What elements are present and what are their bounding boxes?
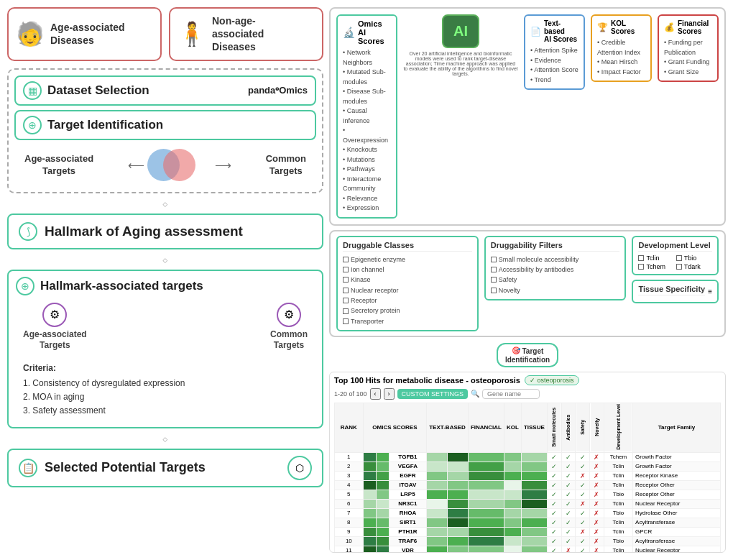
venn-diagram <box>147 147 212 183</box>
checkbox-safety[interactable] <box>491 277 497 283</box>
cell-omics2 <box>376 536 389 546</box>
target-icon2: 🎯 <box>512 346 520 354</box>
cell-target-family: Nuclear Receptor <box>633 546 721 553</box>
cell-novelty: ✗ <box>590 499 604 508</box>
kol-title: KOLScores <box>611 19 635 35</box>
table-title: Top 100 Hits for metabolic disease - ost… <box>334 376 520 385</box>
cell-omics1 <box>363 527 376 536</box>
cell-tissue <box>521 527 547 536</box>
checkbox-transporter[interactable] <box>343 318 349 324</box>
next-page-btn[interactable]: › <box>384 388 395 400</box>
cell-safety: ✓ <box>576 480 590 490</box>
dna-helix-icon: ⟆ <box>27 226 30 237</box>
cell-gene-name: ITGAV <box>389 480 427 490</box>
cell-target-family: Receptor Kinase <box>633 471 721 480</box>
dataset-icon: ▦ <box>23 81 42 100</box>
checkbox-nuclear[interactable] <box>343 288 349 293</box>
druggable-classes-card: Druggable Classes Epigenetic enzyme Ion … <box>336 236 479 332</box>
custom-settings-btn[interactable]: CUSTOM SETTINGS <box>397 389 468 399</box>
search-icon: 🔍 <box>471 390 479 398</box>
col-small-mol: Small molecules <box>547 403 561 452</box>
cell-omics1 <box>363 480 376 490</box>
cell-financial <box>468 536 504 546</box>
cell-dev-level: Tclin <box>604 518 632 527</box>
gene-search-input[interactable] <box>482 389 540 399</box>
cell-tissue <box>521 452 547 462</box>
small-targets-row: ⚙ Age-associated Targets ⚙ Common Target… <box>16 300 315 354</box>
cell-kol <box>504 536 521 546</box>
clipboard-icon: 📋 <box>19 459 37 477</box>
table-row: 11 VDR ✓ ✗ ✓ ✗ Tclin Nuclear Receptor <box>335 546 721 553</box>
cell-safety: ✓ <box>576 546 590 553</box>
checkbox-kinase[interactable] <box>343 277 349 283</box>
cell-gene-name: VEGFA <box>389 462 427 471</box>
cell-small-mol: ✓ <box>547 536 561 546</box>
table-row: 2 VEGFA ✓ ✓ ✓ ✗ Tclin Growth Factor <box>335 462 721 471</box>
checkbox-novelty[interactable] <box>491 288 497 293</box>
cell-antibodies: ✓ <box>561 527 576 536</box>
table-row: 8 SIRT1 ✓ ✓ ✓ ✗ Tclin Acyltransferase <box>335 518 721 527</box>
prev-page-btn[interactable]: ‹ <box>370 388 381 400</box>
cell-omics1 <box>363 536 376 546</box>
cell-novelty: ✗ <box>590 480 604 490</box>
cell-small-mol: ✓ <box>547 490 561 499</box>
financial-header: 💰 FinancialScores <box>664 19 712 35</box>
cell-dev-level: Tbio <box>604 536 632 546</box>
cell-text1 <box>427 499 448 508</box>
col-omics: OMICS SCORES <box>363 403 427 452</box>
col-kol: KOL <box>504 403 521 452</box>
druggability-items: Small molecule accessibility Accessibili… <box>491 254 620 296</box>
cell-omics2 <box>376 480 389 490</box>
cell-safety: ✓ <box>576 508 590 518</box>
table-row: 1 TGFB1 ✓ ✓ ✓ ✗ Tchem Growth Factor <box>335 452 721 462</box>
target-id-label-row: 🎯 Target Identification <box>329 343 726 367</box>
checkbox-secretory[interactable] <box>343 308 349 314</box>
cell-text1 <box>427 471 448 480</box>
text-items: • Attention Spike • Evidence • Attention… <box>530 46 578 85</box>
checkbox-ion[interactable] <box>343 267 349 272</box>
cell-antibodies: ✓ <box>561 471 576 480</box>
hallmark-aging-title: Hallmark of Aging assessment <box>45 224 243 239</box>
cell-small-mol: ✓ <box>547 508 561 518</box>
target-id-btn: 🎯 Target Identification <box>497 343 558 367</box>
non-age-person-icon: 🧍 <box>178 20 206 47</box>
table-row: 4 ITGAV ✓ ✓ ✓ ✗ Tclin Receptor Other <box>335 480 721 490</box>
druggability-filters-card: Druggability Filters Small molecule acce… <box>484 236 627 301</box>
target-icon: ⊕ <box>23 116 42 134</box>
cell-text2 <box>448 490 469 499</box>
cell-novelty: ✗ <box>590 527 604 536</box>
cell-omics2 <box>376 518 389 527</box>
checkbox-tdark[interactable] <box>676 264 682 270</box>
checkbox-tclin[interactable] <box>638 255 644 261</box>
cell-financial <box>468 480 504 490</box>
kol-items: • Credible Attention Index • Mean Hirsch… <box>597 38 645 77</box>
omics-icon: 🔬 <box>343 27 355 38</box>
checkbox-antibodies[interactable] <box>491 267 497 272</box>
age-disease-box: 🧓 Age-associated Diseases <box>7 7 162 61</box>
cell-text2 <box>448 508 469 518</box>
cell-small-mol: ✓ <box>547 471 561 480</box>
ai-scores-section: 🔬 Omics AI Scores • Network Neighbors • … <box>329 7 726 226</box>
checkbox-small-mol[interactable] <box>491 257 497 262</box>
common-targets-label2: Common Targets <box>270 329 308 352</box>
tissue-spec-row: Tissue Specificity ≡ <box>638 285 712 298</box>
ai-chip: AI <box>442 14 479 48</box>
cell-text2 <box>448 480 469 490</box>
cell-omics2 <box>376 527 389 536</box>
cell-antibodies: ✓ <box>561 480 576 490</box>
cell-safety: ✗ <box>576 471 590 480</box>
checkbox-receptor[interactable] <box>343 298 349 303</box>
cell-safety: ✓ <box>576 518 590 527</box>
cell-tissue <box>521 480 547 490</box>
checkbox-tbio[interactable] <box>676 255 682 261</box>
cell-antibodies: ✓ <box>561 490 576 499</box>
cell-antibodies: ✓ <box>561 462 576 471</box>
col-antibodies: Antibodies <box>561 403 576 452</box>
cell-omics2 <box>376 490 389 499</box>
non-age-disease-box: 🧍 Non-age- associated Diseases <box>169 7 323 61</box>
cell-omics1 <box>363 546 376 553</box>
checkbox-epigenetic[interactable] <box>343 257 349 262</box>
checkbox-tchem[interactable] <box>638 264 644 270</box>
cell-omics2 <box>376 546 389 553</box>
cell-dev-level: Tclin <box>604 499 632 508</box>
